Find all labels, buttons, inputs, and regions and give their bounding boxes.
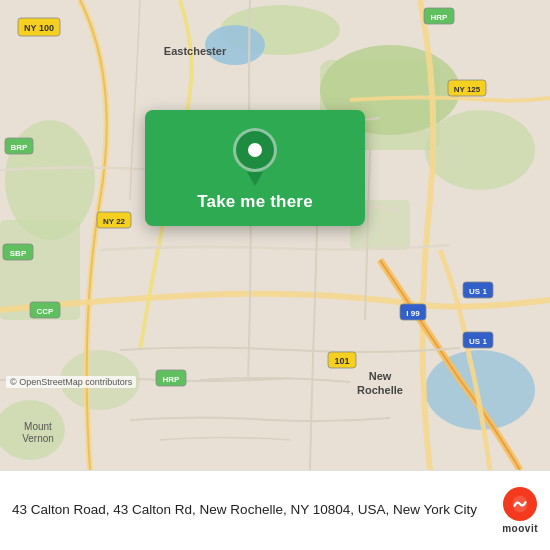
moovit-logo: moovit bbox=[502, 487, 538, 534]
svg-text:Eastchester: Eastchester bbox=[164, 45, 227, 57]
svg-text:Mount: Mount bbox=[24, 421, 52, 432]
svg-point-4 bbox=[425, 110, 535, 190]
take-me-there-button[interactable]: Take me there bbox=[197, 192, 313, 212]
map-attribution: © OpenStreetMap contributors bbox=[6, 376, 136, 388]
location-card[interactable]: Take me there bbox=[145, 110, 365, 226]
map-svg: NY 100 HRP BRP NY 125 NY 22 NY 22 SBP CC… bbox=[0, 0, 550, 470]
svg-text:US 1: US 1 bbox=[469, 287, 487, 296]
svg-text:NY 22: NY 22 bbox=[103, 217, 126, 226]
svg-text:Rochelle: Rochelle bbox=[357, 384, 403, 396]
svg-text:I 99: I 99 bbox=[406, 309, 420, 318]
map-area: NY 100 HRP BRP NY 125 NY 22 NY 22 SBP CC… bbox=[0, 0, 550, 470]
map-pin-icon bbox=[233, 128, 277, 182]
svg-text:HRP: HRP bbox=[431, 13, 449, 22]
svg-text:BRP: BRP bbox=[11, 143, 29, 152]
svg-text:101: 101 bbox=[334, 356, 349, 366]
info-bar: 43 Calton Road, 43 Calton Rd, New Rochel… bbox=[0, 470, 550, 550]
svg-text:New: New bbox=[369, 370, 392, 382]
svg-text:US 1: US 1 bbox=[469, 337, 487, 346]
svg-text:SBP: SBP bbox=[10, 249, 27, 258]
svg-text:NY 125: NY 125 bbox=[454, 85, 481, 94]
svg-text:Vernon: Vernon bbox=[22, 433, 54, 444]
main-container: NY 100 HRP BRP NY 125 NY 22 NY 22 SBP CC… bbox=[0, 0, 550, 550]
address-text: 43 Calton Road, 43 Calton Rd, New Rochel… bbox=[12, 501, 492, 520]
svg-text:HRP: HRP bbox=[163, 375, 181, 384]
svg-text:CCP: CCP bbox=[37, 307, 55, 316]
moovit-text: moovit bbox=[502, 523, 538, 534]
moovit-icon bbox=[503, 487, 537, 521]
svg-text:NY 100: NY 100 bbox=[24, 23, 54, 33]
